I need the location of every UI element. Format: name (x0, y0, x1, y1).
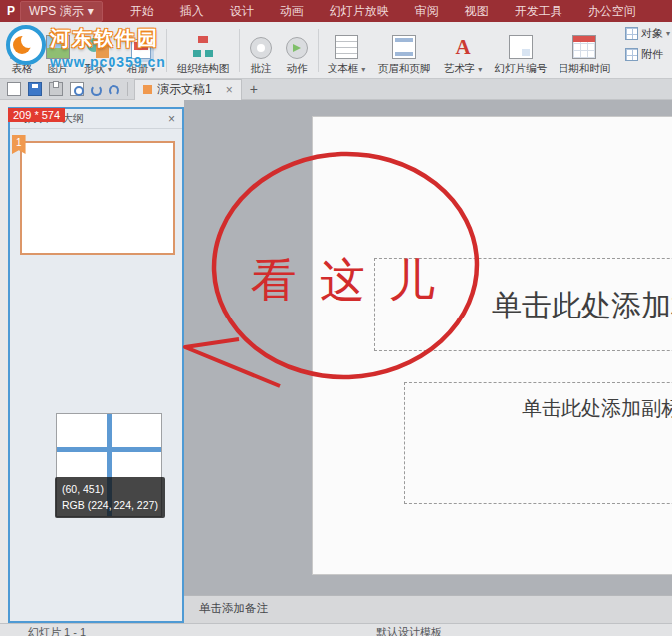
object-icon (625, 27, 638, 40)
menu-slideshow[interactable]: 幻灯片放映 (330, 3, 389, 20)
date-time-icon (572, 35, 596, 59)
ribbon-picture-button[interactable]: 图片 (40, 25, 76, 76)
chevron-down-icon: ▾ (88, 4, 94, 18)
ribbon-textbox-button[interactable]: 文本框 ▾ (322, 25, 371, 76)
ribbon-comment-button[interactable]: 批注 (243, 25, 279, 76)
notes-area[interactable]: 单击添加备注 (184, 595, 672, 623)
ribbon-shapes-button[interactable]: 形状 ▾ (76, 25, 119, 76)
ribbon-attachment-button[interactable]: 附件 (625, 47, 670, 62)
header-footer-icon (392, 35, 416, 59)
ribbon-headerfooter-button[interactable]: 页眉和页脚 (371, 25, 437, 76)
attachment-icon (625, 48, 638, 61)
wps-presentation-window: P WPS 演示 ▾ 开始 插入 设计 动画 幻灯片放映 审阅 视图 开发工具 … (0, 0, 672, 636)
slide-counter: 幻灯片 1 - 1 (28, 625, 86, 636)
color-picker-tooltip: (60, 451) RGB (224, 224, 227) (55, 477, 165, 518)
title-bar: P WPS 演示 ▾ 开始 插入 设计 动画 幻灯片放映 审阅 视图 开发工具 … (0, 0, 672, 22)
wordart-icon: A (451, 35, 475, 59)
tab-separator (127, 82, 128, 96)
ribbon-object-button[interactable]: 对象 ▾ (625, 26, 670, 41)
subtitle-placeholder[interactable]: 单击此处添加副标题 (404, 382, 672, 504)
menu-home[interactable]: 开始 (130, 3, 154, 20)
text-box-icon (335, 35, 358, 59)
crosshair-horizontal-line (57, 447, 161, 452)
shapes-icon (86, 35, 110, 59)
picker-coordinates: (60, 451) (62, 481, 158, 497)
menu-view[interactable]: 视图 (465, 3, 489, 20)
ribbon-slidenumber-button[interactable]: 幻灯片编号 (489, 25, 553, 76)
new-document-icon[interactable] (7, 82, 21, 96)
ribbon-side-column: 对象 ▾ 附件 (625, 26, 670, 62)
menu-bar: 开始 插入 设计 动画 幻灯片放映 审阅 视图 开发工具 办公空间 (130, 3, 636, 20)
picture-icon (46, 35, 70, 59)
menu-animation[interactable]: 动画 (280, 3, 304, 20)
presentation-file-icon (143, 85, 152, 94)
photo-album-icon (131, 39, 151, 59)
table-icon (10, 35, 34, 59)
print-icon[interactable] (49, 82, 63, 96)
wps-logo-icon: P (7, 4, 15, 18)
tab-outline[interactable]: 大纲 (62, 111, 84, 126)
redo-icon[interactable] (109, 85, 119, 96)
status-bar: 幻灯片 1 - 1 默认设计模板 (0, 623, 672, 636)
title-placeholder[interactable]: 单击此处添加标题 (374, 258, 672, 351)
menu-review[interactable]: 审阅 (415, 3, 439, 20)
insert-ribbon: 表格 图片 形状 ▾ 相册 ▾ 组织结构图 批注 动作 (0, 22, 672, 79)
action-icon (286, 37, 308, 59)
tab-presentation1[interactable]: 演示文稿1 × (134, 79, 242, 100)
selection-size-label: 209 * 574 (8, 108, 65, 122)
slide-workspace: 单击此处添加标题 单击此处添加副标题 (184, 100, 672, 595)
ribbon-datetime-button[interactable]: 日期和时间 (553, 25, 616, 76)
ribbon-separator (239, 29, 240, 72)
close-panel-icon[interactable]: × (168, 112, 175, 126)
undo-icon[interactable] (91, 85, 102, 96)
document-tab-bar: 演示文稿1 × + (0, 79, 672, 100)
print-preview-icon[interactable] (70, 82, 84, 96)
menu-insert[interactable]: 插入 (180, 3, 204, 20)
picker-rgb-value: RGB (224, 224, 227) (62, 497, 158, 513)
ribbon-separator (318, 29, 319, 72)
ribbon-separator (166, 29, 167, 72)
org-chart-icon (191, 35, 215, 59)
slide-number-icon (509, 35, 533, 59)
menu-design[interactable]: 设计 (230, 3, 254, 20)
slide-1-thumbnail[interactable] (20, 141, 175, 255)
design-template-label: 默认设计模板 (376, 625, 442, 636)
ribbon-table-button[interactable]: 表格 (4, 25, 40, 76)
ribbon-action-button[interactable]: 动作 (279, 25, 315, 76)
ribbon-album-button[interactable]: 相册 ▾ (119, 25, 163, 76)
menu-devtools[interactable]: 开发工具 (515, 3, 562, 20)
save-icon[interactable] (28, 82, 42, 96)
app-menu-label: WPS 演示 (29, 3, 84, 20)
comment-icon (250, 37, 272, 59)
slide-canvas[interactable]: 单击此处添加标题 单击此处添加副标题 (312, 116, 672, 575)
new-tab-button[interactable]: + (250, 81, 258, 97)
slide-thumbnail-panel: 幻灯片 大纲 × 1 (60, 451) RGB (224, 224, 227) (8, 107, 184, 623)
ribbon-wordart-button[interactable]: A 艺术字 ▾ (437, 25, 489, 76)
close-tab-icon[interactable]: × (226, 83, 233, 97)
menu-workspace[interactable]: 办公空间 (588, 3, 636, 20)
slide-number-badge: 1 (12, 135, 26, 154)
app-menu-button[interactable]: WPS 演示 ▾ (20, 1, 103, 22)
ribbon-orgchart-button[interactable]: 组织结构图 (170, 25, 236, 76)
